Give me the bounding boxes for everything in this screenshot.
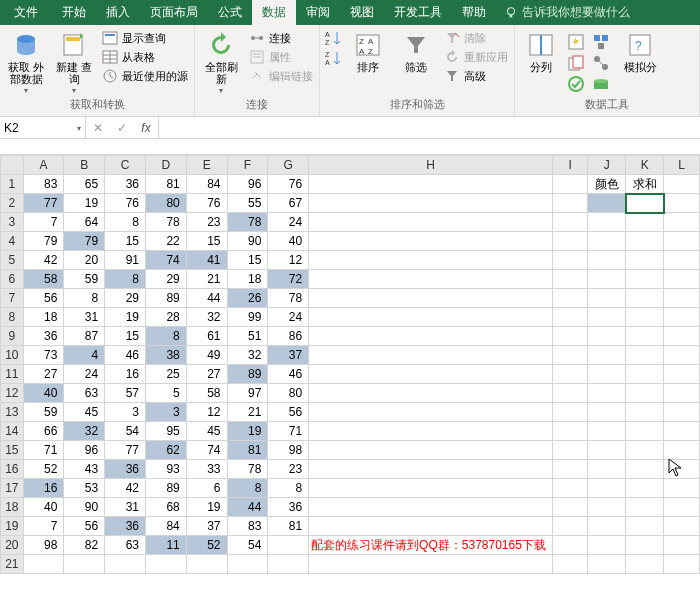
cell-A16[interactable]: 52	[23, 460, 64, 479]
cell-K4[interactable]	[626, 232, 664, 251]
cancel-formula-button[interactable]: ✕	[86, 121, 110, 135]
cell-J11[interactable]	[588, 365, 626, 384]
cell-G14[interactable]: 71	[268, 422, 309, 441]
cell-H9[interactable]	[309, 327, 553, 346]
cell-J14[interactable]	[588, 422, 626, 441]
cell-I6[interactable]	[552, 270, 588, 289]
cell-F13[interactable]: 21	[227, 403, 268, 422]
cell-L14[interactable]	[664, 422, 700, 441]
formula-input[interactable]	[159, 117, 700, 138]
cell-B12[interactable]: 63	[64, 384, 105, 403]
cell-L20[interactable]	[664, 536, 700, 555]
cell-K7[interactable]	[626, 289, 664, 308]
cell-B5[interactable]: 20	[64, 251, 105, 270]
cell-F9[interactable]: 51	[227, 327, 268, 346]
cell-K9[interactable]	[626, 327, 664, 346]
cell-H14[interactable]	[309, 422, 553, 441]
cell-C14[interactable]: 54	[105, 422, 146, 441]
cell-A20[interactable]: 98	[23, 536, 64, 555]
cell-K12[interactable]	[626, 384, 664, 403]
cell-L6[interactable]	[664, 270, 700, 289]
cell-I12[interactable]	[552, 384, 588, 403]
tell-me-search[interactable]: 告诉我你想要做什么	[496, 0, 638, 25]
cell-I15[interactable]	[552, 441, 588, 460]
sort-desc-icon[interactable]: ZA	[324, 49, 342, 67]
cell-L2[interactable]	[664, 194, 700, 213]
cell-I20[interactable]	[552, 536, 588, 555]
cell-C13[interactable]: 3	[105, 403, 146, 422]
cell-C12[interactable]: 57	[105, 384, 146, 403]
cell-D19[interactable]: 84	[145, 517, 186, 536]
cell-A6[interactable]: 58	[23, 270, 64, 289]
cell-K11[interactable]	[626, 365, 664, 384]
cell-D3[interactable]: 78	[145, 213, 186, 232]
cell-I14[interactable]	[552, 422, 588, 441]
cell-K13[interactable]	[626, 403, 664, 422]
cell-C2[interactable]: 76	[105, 194, 146, 213]
col-head-C[interactable]: C	[105, 156, 146, 175]
cell-D2[interactable]: 80	[145, 194, 186, 213]
tab-审阅[interactable]: 审阅	[296, 0, 340, 25]
from-table-button[interactable]: 从表格	[100, 48, 190, 66]
cell-F8[interactable]: 99	[227, 308, 268, 327]
cell-H11[interactable]	[309, 365, 553, 384]
cell-J9[interactable]	[588, 327, 626, 346]
cell-K5[interactable]	[626, 251, 664, 270]
col-head-B[interactable]: B	[64, 156, 105, 175]
cell-C17[interactable]: 42	[105, 479, 146, 498]
cell-E2[interactable]: 76	[186, 194, 227, 213]
cell-J16[interactable]	[588, 460, 626, 479]
cell-A18[interactable]: 40	[23, 498, 64, 517]
cell-J1[interactable]: 颜色	[588, 175, 626, 194]
cell-E14[interactable]: 45	[186, 422, 227, 441]
cell-L5[interactable]	[664, 251, 700, 270]
cell-K2[interactable]	[626, 194, 664, 213]
row-head-3[interactable]: 3	[1, 213, 24, 232]
cell-A15[interactable]: 71	[23, 441, 64, 460]
cell-G11[interactable]: 46	[268, 365, 309, 384]
cell-G13[interactable]: 56	[268, 403, 309, 422]
cell-E11[interactable]: 27	[186, 365, 227, 384]
tab-数据[interactable]: 数据	[252, 0, 296, 25]
cell-F21[interactable]	[227, 555, 268, 574]
cell-F4[interactable]: 90	[227, 232, 268, 251]
cell-J4[interactable]	[588, 232, 626, 251]
cell-B9[interactable]: 87	[64, 327, 105, 346]
row-head-15[interactable]: 15	[1, 441, 24, 460]
cell-F18[interactable]: 44	[227, 498, 268, 517]
cell-D17[interactable]: 89	[145, 479, 186, 498]
cell-A3[interactable]: 7	[23, 213, 64, 232]
data-validation-icon[interactable]	[567, 75, 585, 93]
cell-I21[interactable]	[552, 555, 588, 574]
col-head-E[interactable]: E	[186, 156, 227, 175]
cell-H17[interactable]	[309, 479, 553, 498]
cell-B21[interactable]	[64, 555, 105, 574]
row-head-10[interactable]: 10	[1, 346, 24, 365]
cell-B15[interactable]: 96	[64, 441, 105, 460]
cell-F6[interactable]: 18	[227, 270, 268, 289]
cell-L19[interactable]	[664, 517, 700, 536]
tab-视图[interactable]: 视图	[340, 0, 384, 25]
cell-A7[interactable]: 56	[23, 289, 64, 308]
cell-D5[interactable]: 74	[145, 251, 186, 270]
cell-H3[interactable]	[309, 213, 553, 232]
cell-D20[interactable]: 11	[145, 536, 186, 555]
cell-H13[interactable]	[309, 403, 553, 422]
cell-K3[interactable]	[626, 213, 664, 232]
tab-页面布局[interactable]: 页面布局	[140, 0, 208, 25]
cell-A21[interactable]	[23, 555, 64, 574]
cell-E21[interactable]	[186, 555, 227, 574]
cell-A17[interactable]: 16	[23, 479, 64, 498]
cell-C1[interactable]: 36	[105, 175, 146, 194]
tab-开发工具[interactable]: 开发工具	[384, 0, 452, 25]
cell-I1[interactable]	[552, 175, 588, 194]
cell-H16[interactable]	[309, 460, 553, 479]
cell-I5[interactable]	[552, 251, 588, 270]
cell-D1[interactable]: 81	[145, 175, 186, 194]
cell-K14[interactable]	[626, 422, 664, 441]
relationships-icon[interactable]	[592, 54, 610, 72]
cell-D4[interactable]: 22	[145, 232, 186, 251]
cell-D8[interactable]: 28	[145, 308, 186, 327]
cell-J7[interactable]	[588, 289, 626, 308]
cell-L13[interactable]	[664, 403, 700, 422]
